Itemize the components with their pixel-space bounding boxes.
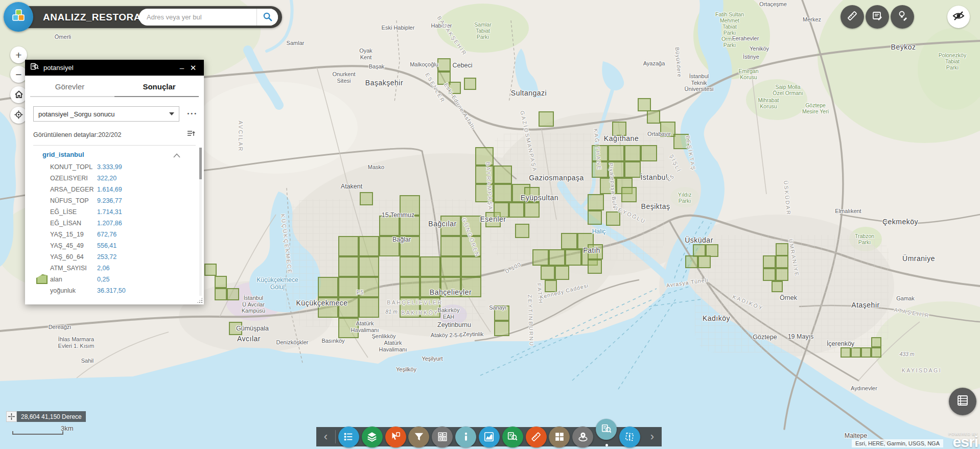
attribute-row[interactable]: OZELISYERI322,20 xyxy=(42,173,196,184)
attribute-row[interactable]: alan0,25 xyxy=(42,274,196,285)
legend-widget-icon xyxy=(343,431,354,442)
home-icon xyxy=(15,89,23,101)
app-stage: Samlar Tabiat ParkıSamlarÖmerliEski Habi… xyxy=(0,0,980,449)
measure-tool-button[interactable] xyxy=(841,5,864,29)
urban-texture xyxy=(286,199,485,327)
attribute-label: ARSA_DEGER xyxy=(50,186,97,193)
attribute-value: 1.614,69 xyxy=(97,186,122,193)
details-count-text: Görüntülenen detaylar:202/202 xyxy=(33,131,186,138)
attribute-row[interactable]: KONUT_TOPL3.333,99 xyxy=(42,161,196,173)
attribute-label: KONUT_TOPL xyxy=(50,163,97,171)
search-button[interactable] xyxy=(256,9,278,26)
note-pencil-icon xyxy=(871,10,883,24)
result-select-dropdown[interactable]: potansiyel _Sorgu sonucu xyxy=(33,106,179,122)
attribute-label: YAŞ_15_19 xyxy=(50,231,97,238)
layers-widget-icon xyxy=(366,431,378,442)
attribute-label: EĞ_LİSE xyxy=(50,208,97,216)
attribute-value: 1.714,31 xyxy=(97,208,122,216)
attribute-label: OZELISYERI xyxy=(50,175,97,182)
select-widget-button[interactable] xyxy=(385,427,406,447)
result-select-value: potansiyel _Sorgu sonucu xyxy=(38,110,169,118)
info-widget-icon xyxy=(460,431,472,442)
draw-idea-button[interactable] xyxy=(891,5,914,29)
attribute-row[interactable]: yoğunluk36.317,50 xyxy=(42,285,196,295)
toolbar-next-button[interactable]: › xyxy=(643,427,662,446)
more-options-button[interactable]: ••• xyxy=(187,110,198,116)
app-logo-icon xyxy=(4,2,33,32)
attribute-label: alan xyxy=(50,276,97,283)
attribute-row[interactable]: YAŞ_15_19672,76 xyxy=(42,229,196,240)
panel-scrollbar[interactable] xyxy=(199,148,202,296)
tab-sonuclar[interactable]: Sonuçlar xyxy=(114,76,204,97)
basemap-widget-button[interactable] xyxy=(549,427,570,447)
attribute-value: 556,41 xyxy=(97,242,116,249)
measure-widget-button[interactable] xyxy=(526,427,547,447)
coordinate-widget: 28,604 41,150 Derece xyxy=(6,411,86,422)
attribute-row[interactable]: ARSA_DEGER1.614,69 xyxy=(42,184,196,195)
calculator-widget-button[interactable] xyxy=(432,427,453,447)
info-widget-button[interactable] xyxy=(455,427,476,447)
filter-widget-icon xyxy=(413,431,425,442)
coordinate-readout: 28,604 41,150 Derece xyxy=(17,411,86,422)
edit-notes-button[interactable] xyxy=(866,5,889,29)
near-me-widget-button[interactable] xyxy=(572,427,593,447)
legend-widget-button[interactable] xyxy=(338,427,359,447)
result-list[interactable]: grid_istanbul KONUT_TOPL3.333,99OZELISYE… xyxy=(33,146,196,295)
query-icon xyxy=(30,62,39,73)
attribute-value: 3.333,99 xyxy=(97,163,122,171)
urban-texture xyxy=(491,133,664,261)
attribute-row[interactable]: EĞ_LİSAN1.207,86 xyxy=(42,218,196,229)
select-widget-icon xyxy=(390,431,401,442)
scale-label: 3km xyxy=(61,424,74,432)
layers-widget-button[interactable] xyxy=(362,427,383,447)
search-input[interactable] xyxy=(139,13,256,21)
attribute-label: ATM_SAYISI xyxy=(50,265,97,272)
panel-titlebar[interactable]: potansiyel – ✕ xyxy=(25,60,204,76)
toolbar-prev-button[interactable]: ‹ xyxy=(316,427,335,446)
sort-list-icon[interactable] xyxy=(186,129,196,140)
close-button[interactable]: ✕ xyxy=(188,63,199,73)
ruler-icon xyxy=(846,10,858,24)
attribute-label: yoğunluk xyxy=(50,287,97,294)
panel-title: potansiyel xyxy=(43,64,176,72)
attribute-row[interactable]: NÜFUS_TOP9.236,77 xyxy=(42,195,196,206)
minimize-button[interactable]: – xyxy=(176,63,188,72)
crosshair-icon[interactable] xyxy=(6,411,17,422)
idea-pencil-icon xyxy=(896,10,908,24)
plus-icon: + xyxy=(15,49,21,61)
hide-controls-button[interactable] xyxy=(947,6,970,28)
attribute-value: 0,25 xyxy=(97,276,109,283)
eye-off-icon xyxy=(952,9,965,25)
chart-widget-icon xyxy=(483,431,495,442)
attribute-table-button[interactable] xyxy=(949,388,976,415)
attribute-label: NÜFUS_TOP xyxy=(50,197,97,204)
search-box xyxy=(139,9,278,26)
situational-widget-icon xyxy=(624,431,635,442)
query-active-widget-icon xyxy=(601,423,612,435)
situational-widget-button[interactable] xyxy=(619,427,640,447)
chart-widget-button[interactable] xyxy=(479,427,500,447)
query-results-panel: potansiyel – ✕ Görevler Sonuçlar potansi… xyxy=(25,60,204,304)
header-bar: ANALIZZ_RESTORAN xyxy=(9,6,282,28)
attribute-label: YAŞ_60_64 xyxy=(50,253,97,261)
attribute-row[interactable]: YAŞ_45_49556,41 xyxy=(42,240,196,251)
panel-resize-handle[interactable] xyxy=(197,297,203,303)
attribute-value: 9.236,77 xyxy=(97,197,122,204)
tab-gorevler[interactable]: Görevler xyxy=(25,76,114,97)
chevron-up-icon[interactable] xyxy=(173,151,180,160)
attribute-row[interactable]: ATM_SAYISI2,06 xyxy=(42,263,196,274)
attribute-value: 253,72 xyxy=(97,253,116,261)
basemap-widget-icon xyxy=(554,431,565,442)
query-active-widget-button[interactable] xyxy=(596,419,617,440)
app-title: ANALIZZ_RESTORAN xyxy=(43,12,148,23)
attribute-row[interactable]: YAŞ_60_64253,72 xyxy=(42,251,196,263)
feature-group-title[interactable]: grid_istanbul xyxy=(42,149,196,161)
attribute-label: EĞ_LİSAN xyxy=(50,220,97,227)
urban-texture xyxy=(695,235,889,352)
attribute-row[interactable]: EĞ_LİSE1.714,31 xyxy=(42,206,196,218)
query-widget-button[interactable] xyxy=(502,427,523,447)
attribute-value: 1.207,86 xyxy=(97,220,122,227)
esri-wordmark: esri xyxy=(949,436,978,448)
near-me-widget-icon xyxy=(577,431,589,442)
filter-widget-button[interactable] xyxy=(408,427,429,447)
